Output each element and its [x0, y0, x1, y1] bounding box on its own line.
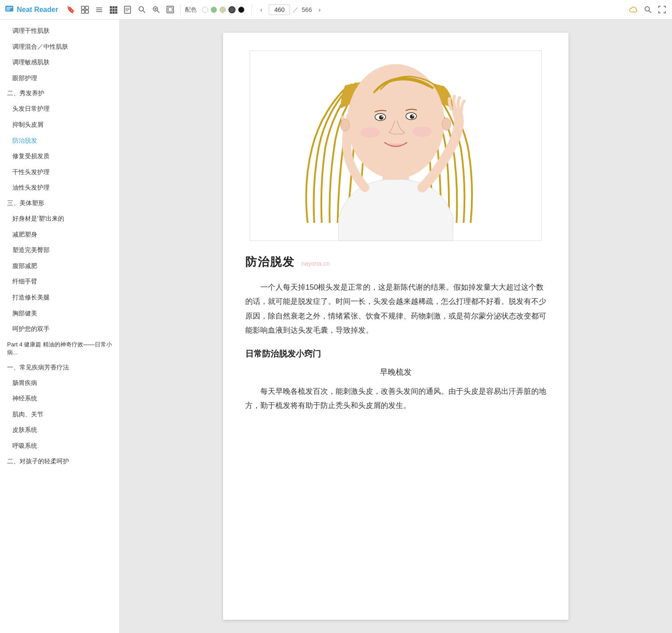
page-icon[interactable]	[122, 4, 133, 16]
second-paragraph: 每天早晚各梳发百次，能刺激头皮，改善头发间的通风。由于头皮是容易出汗弄脏的地方，…	[245, 384, 546, 413]
svg-rect-10	[96, 11, 102, 12]
svg-rect-6	[81, 10, 85, 13]
svg-line-27	[157, 11, 159, 13]
sidebar-item-sensitive-skin[interactable]: 调理敏感肌肤	[0, 54, 119, 70]
svg-point-43	[410, 114, 414, 119]
sidebar-item-slim[interactable]: 减肥塑身	[0, 227, 119, 243]
grid-icon[interactable]	[108, 4, 119, 16]
app-brand: Neat Reader	[4, 4, 58, 16]
sidebar-section-disease: 一、常见疾病芳香疗法	[0, 360, 119, 375]
svg-point-44	[412, 115, 413, 117]
bookmark-icon[interactable]: 🔖	[65, 4, 77, 16]
svg-rect-2	[6, 8, 11, 9]
sidebar-item-chest[interactable]: 胸部健美	[0, 306, 119, 322]
svg-rect-22	[125, 9, 130, 10]
svg-rect-1	[6, 7, 12, 8]
svg-rect-12	[112, 6, 115, 8]
svg-rect-15	[112, 9, 115, 11]
green-theme-btn[interactable]	[211, 7, 217, 13]
sidebar-item-nerve[interactable]: 神经系统	[0, 391, 119, 407]
sidebar-section-children: 二、对孩子的轻柔呵护	[0, 454, 119, 469]
watermark: nayona.cn	[301, 260, 330, 267]
svg-rect-8	[96, 8, 102, 8]
toolbar: Neat Reader 🔖 配色 ‹ ／ 566 ›	[0, 0, 672, 19]
yellow-theme-btn[interactable]	[220, 7, 226, 13]
sidebar-item-respiratory[interactable]: 呼吸系统	[0, 438, 119, 454]
sidebar: 调理干性肌肤 调理混合／中性肌肤 调理敏感肌肤 眼部护理 二、秀发养护 头发日常…	[0, 19, 120, 633]
main-area: 调理干性肌肤 调理混合／中性肌肤 调理敏感肌肤 眼部护理 二、秀发养护 头发日常…	[0, 19, 672, 633]
color-label: 配色	[185, 6, 197, 14]
main-paragraph: 一个人每天掉150根头发是正常的，这是新陈代谢的结果。假如掉发量大大超过这个数的…	[245, 280, 546, 338]
search-right-icon[interactable]	[642, 4, 653, 16]
hair-illustration	[250, 50, 542, 241]
svg-point-47	[341, 119, 350, 131]
sidebar-item-hair-loss[interactable]: 防治脱发	[0, 133, 119, 149]
sidebar-section-body: 三、美体塑形	[0, 196, 119, 211]
svg-rect-13	[115, 6, 117, 8]
sidebar-item-dry-hair[interactable]: 干性头发护理	[0, 164, 119, 180]
cloud-icon[interactable]	[628, 4, 639, 16]
sidebar-item-sculpt[interactable]: 好身材是'塑'出来的	[0, 211, 119, 227]
illustration	[245, 50, 546, 241]
reading-area[interactable]: 防治脱发 nayona.cn 一个人每天掉150根头发是正常的，这是新陈代谢的结…	[120, 19, 672, 633]
sidebar-item-slim-arms[interactable]: 纤细手臂	[0, 274, 119, 290]
svg-rect-11	[110, 6, 112, 8]
black-theme-btn[interactable]	[238, 7, 244, 13]
svg-rect-4	[81, 6, 85, 9]
sidebar-item-skin-system[interactable]: 皮肤系统	[0, 422, 119, 438]
svg-point-41	[382, 116, 383, 117]
divider-1	[180, 4, 181, 15]
svg-point-45	[360, 127, 380, 138]
sidebar-item-hair-daily[interactable]: 头发日常护理	[0, 101, 119, 117]
search2-icon[interactable]	[150, 4, 162, 16]
sidebar-item-combo-skin[interactable]: 调理混合／中性肌肤	[0, 39, 119, 55]
svg-rect-16	[115, 9, 117, 11]
sidebar-item-oily-hair[interactable]: 油性头发护理	[0, 180, 119, 196]
sidebar-section-hair: 二、秀发养护	[0, 86, 119, 101]
svg-rect-21	[125, 8, 130, 8]
svg-rect-3	[6, 10, 10, 11]
sidebar-item-eye-care[interactable]: 眼部护理	[0, 70, 119, 86]
app-title: Neat Reader	[17, 6, 58, 14]
menu-icon[interactable]	[93, 4, 105, 16]
dark-theme-btn[interactable]	[228, 6, 236, 13]
chapter-title-area: 防治脱发 nayona.cn	[245, 254, 546, 270]
chapter-title: 防治脱发	[245, 255, 295, 268]
svg-line-33	[649, 11, 651, 13]
svg-rect-5	[85, 6, 89, 9]
page-total: 566	[301, 6, 312, 13]
next-page-btn[interactable]: ›	[315, 5, 324, 15]
sidebar-item-belly[interactable]: 腹部减肥	[0, 258, 119, 274]
fullscreen-icon[interactable]	[656, 4, 668, 16]
search-icon[interactable]	[136, 4, 147, 16]
sidebar-item-long-legs[interactable]: 打造修长美腿	[0, 290, 119, 306]
prev-page-btn[interactable]: ‹	[256, 5, 266, 15]
sub-heading: 早晚梳发	[245, 367, 546, 377]
color-options	[202, 6, 244, 13]
page-content: 防治脱发 nayona.cn 一个人每天掉150根头发是正常的，这是新陈代谢的结…	[223, 33, 568, 620]
svg-rect-19	[115, 12, 117, 14]
svg-rect-14	[110, 9, 112, 11]
fit-icon[interactable]	[164, 4, 176, 16]
sidebar-item-repair-hair[interactable]: 修复受损发质	[0, 148, 119, 164]
sidebar-item-muscle[interactable]: 肌肉、关节	[0, 407, 119, 423]
sidebar-item-dry-skin[interactable]: 调理干性肌肤	[0, 23, 119, 39]
sidebar-item-buttocks[interactable]: 塑造完美臀部	[0, 242, 119, 258]
toolbar-right	[628, 4, 668, 16]
sidebar-item-hands[interactable]: 呵护您的双手	[0, 321, 119, 337]
svg-point-48	[442, 118, 451, 130]
svg-rect-23	[125, 11, 128, 11]
svg-rect-31	[168, 8, 172, 12]
svg-point-40	[379, 115, 383, 120]
svg-rect-17	[110, 12, 112, 14]
layout-icon[interactable]	[79, 4, 91, 16]
app-logo-icon	[4, 4, 14, 16]
white-theme-btn[interactable]	[202, 7, 208, 13]
page-number-input[interactable]	[269, 4, 290, 15]
divider-2	[251, 4, 252, 15]
page-navigation: ‹ ／ 566 ›	[256, 4, 324, 15]
svg-line-25	[143, 11, 145, 13]
sidebar-item-dandruff[interactable]: 抑制头皮屑	[0, 117, 119, 133]
sidebar-section-part4: Part 4 健康篇 精油的神奇疗效——日常小病...	[0, 337, 119, 360]
sidebar-item-stomach[interactable]: 肠胃疾病	[0, 375, 119, 391]
